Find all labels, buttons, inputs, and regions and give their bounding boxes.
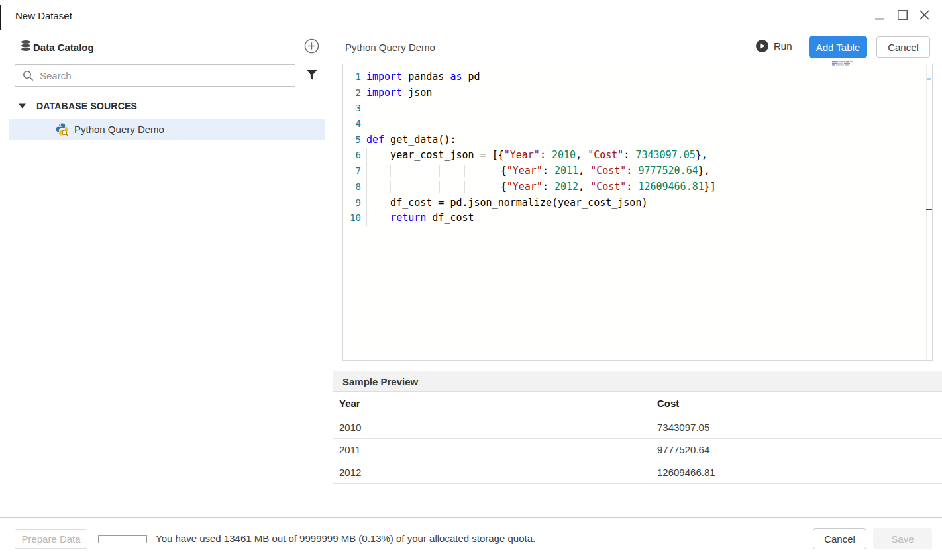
code-line: 5def get_data(): (343, 132, 932, 148)
prepare-data-button[interactable]: Prepare Data (15, 529, 87, 549)
indent-guide (366, 148, 367, 226)
line-number: 6 (343, 148, 366, 163)
line-number: 2 (343, 85, 366, 101)
preview-header-row: YearCost (333, 392, 942, 416)
search-box (15, 64, 295, 87)
table-cell: 9777520.64 (651, 438, 942, 461)
line-number: 8 (343, 179, 366, 195)
header-cancel-button[interactable]: Cancel (876, 36, 930, 58)
line-number: 3 (343, 101, 366, 117)
sidebar-item-python-query-demo[interactable]: Python Query Demo (9, 119, 325, 140)
play-icon (756, 40, 768, 52)
footer-bar: Prepare Data You have used 13461 MB out … (0, 517, 942, 560)
preview-body: 20107343097.0520119777520.64201212609466… (333, 416, 942, 483)
python-source-icon (55, 122, 69, 136)
code-line: 6 year_cost_json = [{"Year": 2010, "Cost… (343, 148, 932, 163)
line-number: 9 (343, 195, 366, 211)
sample-preview-header: Sample Preview (333, 371, 942, 392)
column-header: Cost (651, 392, 942, 416)
code-line: 9 df_cost = pd.json_normalize(year_cost_… (343, 195, 932, 211)
code-line: 2import json (343, 85, 932, 101)
section-database-sources[interactable]: DATABASE SOURCES (19, 101, 137, 111)
table-cell: 2011 (333, 438, 651, 461)
table-cell: 12609466.81 (651, 461, 942, 483)
line-number: 4 (343, 117, 366, 132)
table-cell: 2012 (333, 461, 651, 483)
table-cell: 7343097.05 (651, 416, 942, 438)
code-line: 10 return df_cost (343, 210, 932, 226)
section-label: DATABASE SOURCES (36, 101, 137, 111)
table-row: 20119777520.64 (333, 438, 942, 461)
close-icon[interactable] (919, 9, 930, 21)
line-number: 10 (343, 210, 366, 226)
storage-progress-bar (98, 535, 147, 543)
table-row: 201212609466.81 (333, 461, 942, 483)
query-title: Python Query Demo (345, 42, 435, 53)
add-source-icon[interactable] (304, 38, 319, 54)
table-row: 20107343097.05 (333, 416, 942, 438)
run-label: Run (774, 40, 792, 52)
minimize-icon[interactable] (874, 9, 886, 21)
minimap (831, 61, 856, 66)
table-cell: 2010 (333, 416, 651, 438)
line-number: 5 (343, 132, 366, 148)
ruler-marker-dark (926, 209, 932, 210)
code-editor[interactable]: 1import pandas as pd2import json345def g… (342, 64, 933, 361)
footer-cancel-button[interactable]: Cancel (813, 528, 866, 549)
code-line: 4 (343, 117, 932, 132)
storage-quota-text: You have used 13461 MB out of 9999999 MB… (156, 533, 535, 544)
save-button[interactable]: Save (873, 528, 932, 549)
code-lines: 1import pandas as pd2import json345def g… (343, 64, 932, 226)
code-line: 3 (343, 101, 932, 117)
sample-preview-title: Sample Preview (342, 376, 418, 387)
search-icon (23, 70, 34, 81)
search-input[interactable] (40, 70, 295, 81)
sidebar-item-label: Python Query Demo (74, 124, 164, 135)
run-button[interactable]: Run (756, 40, 792, 52)
column-header: Year (333, 392, 651, 416)
data-catalog-panel: Data Catalog DATABASE SOURCES Python Que… (0, 30, 333, 517)
catalog-title: Data Catalog (33, 42, 94, 53)
window-title: New Dataset (15, 10, 72, 21)
database-icon (20, 40, 32, 52)
line-number: 7 (343, 163, 366, 179)
editor-scrollbar[interactable] (926, 64, 932, 360)
maximize-icon[interactable] (897, 9, 908, 21)
sample-preview-table: YearCost 20107343097.0520119777520.64201… (333, 392, 942, 484)
filter-icon[interactable] (306, 70, 318, 81)
add-table-button[interactable]: Add Table (809, 36, 867, 58)
ruler-marker-blue (927, 78, 931, 80)
chevron-down-icon (19, 103, 26, 109)
line-number: 1 (343, 70, 366, 85)
code-line: 1import pandas as pd (343, 70, 932, 85)
code-line: 7 {"Year": 2011, "Cost": 9777520.64}, (343, 163, 932, 179)
code-line: 8 {"Year": 2012, "Cost": 12609466.81}] (343, 179, 932, 195)
